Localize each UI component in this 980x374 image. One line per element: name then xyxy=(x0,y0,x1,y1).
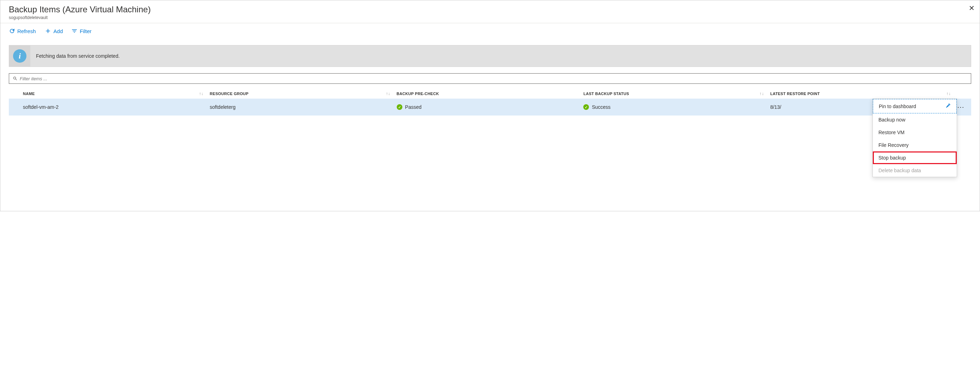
col-precheck[interactable]: Backup Pre-Check xyxy=(397,92,584,96)
content-area: i Fetching data from service completed. … xyxy=(0,45,980,124)
menu-restore-vm[interactable]: Restore VM xyxy=(873,126,957,139)
search-box[interactable] xyxy=(9,73,971,84)
filter-icon xyxy=(71,28,78,34)
table-row[interactable]: softdel-vm-am-2 softdeleterg ✓ Passed ✓ … xyxy=(9,98,971,116)
col-restore-point[interactable]: Latest Restore Point↑↓ xyxy=(770,92,957,96)
cell-precheck: ✓ Passed xyxy=(397,104,584,110)
sort-icon: ↑↓ xyxy=(760,91,764,96)
refresh-icon xyxy=(9,28,15,34)
sort-icon: ↑↓ xyxy=(386,91,390,96)
close-button[interactable]: ✕ xyxy=(969,4,975,12)
menu-pin-to-dashboard[interactable]: Pin to dashboard xyxy=(873,99,957,113)
context-menu: Pin to dashboard Backup now Restore VM F… xyxy=(872,98,957,177)
search-icon xyxy=(13,76,18,81)
info-message: Fetching data from service completed. xyxy=(30,53,119,59)
info-bar: i Fetching data from service completed. xyxy=(9,45,971,67)
blade-container: Backup Items (Azure Virtual Machine) sog… xyxy=(0,0,980,211)
menu-stop-backup[interactable]: Stop backup xyxy=(873,151,957,164)
page-title: Backup Items (Azure Virtual Machine) xyxy=(9,5,971,14)
menu-file-recovery[interactable]: File Recovery xyxy=(873,139,957,151)
items-table: Name↑↓ Resource Group↑↓ Backup Pre-Check… xyxy=(9,89,971,116)
add-button[interactable]: Add xyxy=(45,27,63,35)
menu-backup-now[interactable]: Backup now xyxy=(873,113,957,126)
blade-header: Backup Items (Azure Virtual Machine) sog… xyxy=(0,0,980,23)
cell-name: softdel-vm-am-2 xyxy=(23,104,210,110)
info-icon-wrap: i xyxy=(9,46,30,67)
filter-button[interactable]: Filter xyxy=(71,28,91,34)
menu-delete-backup-data: Delete backup data xyxy=(873,164,957,177)
add-label: Add xyxy=(54,28,63,34)
more-button[interactable]: ⋯ xyxy=(957,103,964,111)
check-icon: ✓ xyxy=(397,104,402,110)
cell-last-status: ✓ Success xyxy=(583,104,770,110)
check-icon: ✓ xyxy=(583,104,589,110)
pin-icon xyxy=(945,103,951,109)
filter-label: Filter xyxy=(80,28,91,34)
page-subtitle: sogupsoftdeletevault xyxy=(9,15,971,20)
sort-icon: ↑↓ xyxy=(946,91,951,96)
info-icon: i xyxy=(13,49,27,63)
toolbar: Refresh Add Filter xyxy=(0,23,980,39)
table-header: Name↑↓ Resource Group↑↓ Backup Pre-Check… xyxy=(9,89,971,98)
col-name[interactable]: Name↑↓ xyxy=(23,92,210,96)
cell-rg: softdeleterg xyxy=(210,104,397,110)
plus-icon xyxy=(45,27,51,35)
refresh-button[interactable]: Refresh xyxy=(9,28,36,34)
close-icon: ✕ xyxy=(969,4,975,12)
col-rg[interactable]: Resource Group↑↓ xyxy=(210,92,397,96)
sort-icon: ↑↓ xyxy=(199,91,204,96)
col-last-status[interactable]: Last Backup Status↑↓ xyxy=(583,92,770,96)
search-input[interactable] xyxy=(20,76,967,81)
refresh-label: Refresh xyxy=(17,28,36,34)
